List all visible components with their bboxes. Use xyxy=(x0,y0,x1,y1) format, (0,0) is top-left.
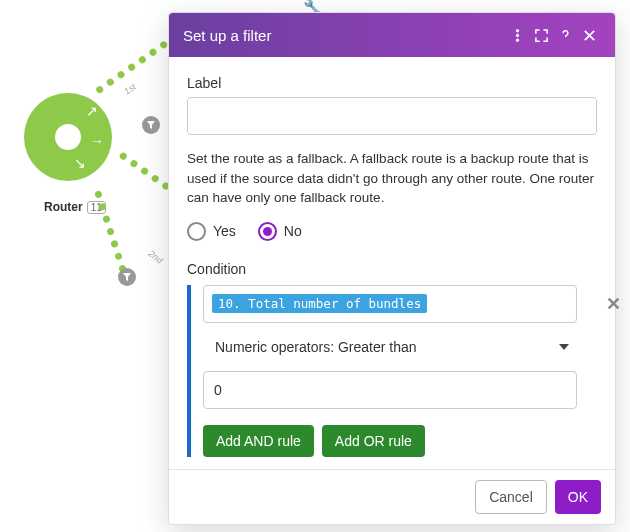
expand-icon[interactable] xyxy=(529,23,553,47)
router-label: Router xyxy=(44,200,83,214)
dialog-title: Set up a filter xyxy=(183,27,505,44)
condition-value-text: 0 xyxy=(214,382,222,398)
dialog-header: Set up a filter xyxy=(169,13,615,57)
variable-pill[interactable]: 10. Total number of bundles xyxy=(212,294,427,313)
filter-node-2[interactable] xyxy=(118,268,136,286)
help-icon[interactable] xyxy=(553,23,577,47)
remove-condition-icon[interactable]: ✕ xyxy=(606,293,621,315)
router-center-icon xyxy=(55,124,81,150)
condition-group: 10. Total number of bundles ✕ Numeric op… xyxy=(187,285,597,457)
svg-point-2 xyxy=(516,38,518,40)
dialog-body: Label Set the route as a fallback. A fal… xyxy=(169,57,615,469)
arrow-icon: ↗ xyxy=(86,103,98,119)
ok-button[interactable]: OK xyxy=(555,480,601,514)
radio-icon xyxy=(258,222,277,241)
operator-value: Numeric operators: Greater than xyxy=(215,339,417,355)
condition-value-input[interactable]: 0 xyxy=(203,371,577,409)
close-icon[interactable] xyxy=(577,23,601,47)
add-or-rule-button[interactable]: Add OR rule xyxy=(322,425,425,457)
svg-point-1 xyxy=(516,34,518,36)
ordinal-1st: 1st xyxy=(122,81,138,96)
chevron-down-icon xyxy=(559,344,569,350)
router-node[interactable]: ↗ → ↘ xyxy=(24,93,112,181)
radio-label: No xyxy=(284,223,302,239)
label-input[interactable] xyxy=(187,97,597,135)
cancel-button[interactable]: Cancel xyxy=(475,480,547,514)
route-path-1 xyxy=(95,33,179,95)
more-menu-icon[interactable] xyxy=(505,23,529,47)
group-bar xyxy=(187,285,191,457)
label-field-label: Label xyxy=(187,75,597,91)
fallback-radio-group: Yes No xyxy=(187,222,597,241)
condition-field-input[interactable]: 10. Total number of bundles xyxy=(203,285,577,323)
filter-node-1[interactable] xyxy=(142,116,160,134)
arrow-icon: → xyxy=(90,133,104,149)
add-and-rule-button[interactable]: Add AND rule xyxy=(203,425,314,457)
arrow-icon: ↘ xyxy=(74,155,86,171)
condition-label: Condition xyxy=(187,261,597,277)
radio-icon xyxy=(187,222,206,241)
filter-dialog: Set up a filter Label Set the route as a… xyxy=(168,12,616,525)
operator-select[interactable]: Numeric operators: Greater than xyxy=(203,331,577,363)
fallback-description: Set the route as a fallback. A fallback … xyxy=(187,149,597,208)
fallback-no-radio[interactable]: No xyxy=(258,222,302,241)
fallback-yes-radio[interactable]: Yes xyxy=(187,222,236,241)
svg-point-0 xyxy=(516,29,518,31)
radio-label: Yes xyxy=(213,223,236,239)
route-path-3 xyxy=(94,190,127,273)
ordinal-2nd: 2nd xyxy=(147,248,165,265)
dialog-footer: Cancel OK xyxy=(169,469,615,524)
